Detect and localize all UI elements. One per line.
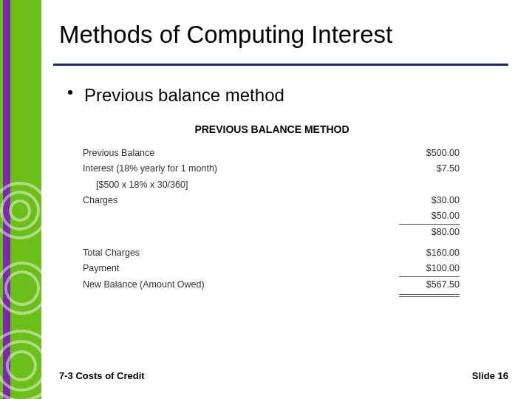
row-value (398, 177, 464, 193)
table-row: New Balance (Amount Owed) $567.50 (80, 277, 464, 293)
table-header: PREVIOUS BALANCE METHOD (80, 119, 464, 146)
swirl-icon (0, 177, 53, 244)
row-value: $30.00 (398, 193, 464, 208)
row-value: $80.00 (398, 225, 464, 240)
title-underline (53, 64, 508, 66)
row-value: $50.00 (398, 208, 464, 224)
row-value: $7.50 (398, 161, 464, 177)
footer-right: Slide 16 (472, 370, 508, 381)
bullet-item: Previous balance method (68, 85, 520, 106)
bullet-dot-icon (68, 90, 72, 95)
row-value: $160.00 (398, 245, 464, 261)
row-label: Charges (80, 193, 398, 208)
slide-content: Methods of Computing Interest Previous b… (53, 0, 520, 399)
table-row: Previous Balance $500.00 (80, 146, 464, 161)
balance-table: PREVIOUS BALANCE METHOD Previous Balance… (80, 119, 464, 297)
row-label (80, 208, 398, 224)
row-label: [$500 x 18% x 30/360] (80, 177, 398, 193)
table-row: Payment $100.00 (80, 261, 464, 276)
row-label: Previous Balance (80, 146, 398, 161)
row-label: Total Charges (80, 245, 398, 261)
table-row: $50.00 (80, 208, 464, 224)
slide-footer: 7-3 Costs of Credit Slide 16 (53, 370, 508, 381)
decorative-sidebar (0, 0, 41, 399)
row-label: Payment (80, 261, 398, 276)
table-row: [$500 x 18% x 30/360] (80, 177, 464, 193)
table-row: Charges $30.00 (80, 193, 464, 208)
bullet-list: Previous balance method (53, 85, 520, 106)
swirl-icon (0, 259, 52, 318)
table-row: Interest (18% yearly for 1 month) $7.50 (80, 161, 464, 177)
table-row: Total Charges $160.00 (80, 245, 464, 261)
double-rule (399, 294, 460, 295)
bullet-text: Previous balance method (84, 85, 284, 106)
double-rule (399, 296, 460, 297)
row-value: $500.00 (398, 146, 464, 161)
row-label: Interest (18% yearly for 1 month) (80, 161, 398, 177)
slide-title: Methods of Computing Interest (53, 0, 520, 49)
table-row: $80.00 (80, 225, 464, 240)
row-value: $567.50 (398, 277, 464, 293)
footer-left: 7-3 Costs of Credit (53, 370, 145, 381)
row-label: New Balance (Amount Owed) (80, 277, 398, 293)
row-label (80, 225, 398, 240)
row-value: $100.00 (398, 261, 464, 276)
